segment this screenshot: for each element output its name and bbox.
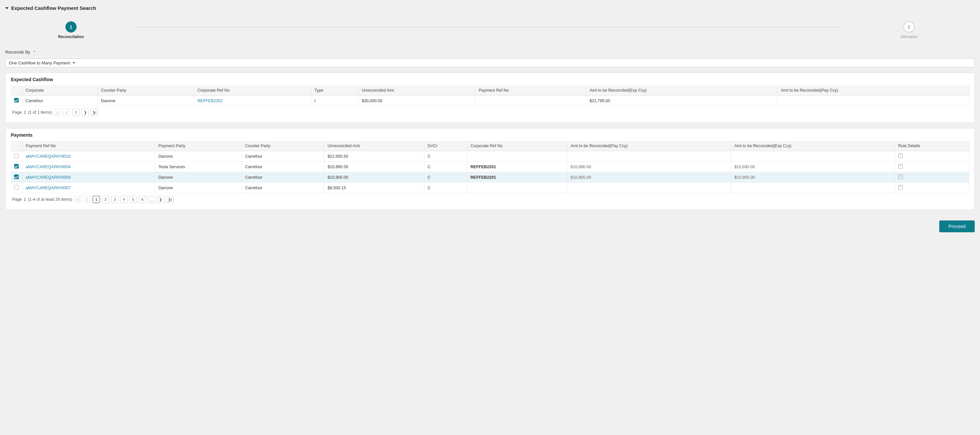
pay-row4-dr-cr: C [424, 183, 467, 193]
pay-page-ellipsis: ... [148, 196, 155, 203]
step-1-circle: 1 [65, 21, 76, 33]
pay-row4-checkbox-cell[interactable] [11, 183, 22, 193]
pay-row3-checkbox-cell[interactable] [11, 172, 22, 183]
pay-table-row: aMAYCAREQAPAY6004 Tesla Services Carrefo… [11, 162, 969, 172]
pay-row4-amt-pay-ccy [567, 183, 731, 193]
pay-col-payment-party: Payment Party [155, 141, 242, 151]
footer-row: Proceed [5, 215, 975, 233]
pay-row1-counter-party: Carrefour [242, 151, 324, 162]
pay-row3-checkbox[interactable] [14, 175, 19, 179]
ec-col-amt-pay-ccy: Amt to be Reconciled(Pay Ccy) [778, 86, 969, 95]
ec-page-label: Page [12, 110, 22, 115]
pay-pagination: Page 1 (1-4 of at least 26 items) |❮ ❮ 1… [11, 193, 969, 206]
pay-row2-amt-pay-ccy: $10,890.00 [567, 162, 731, 172]
pay-row4-corp-ref-no [467, 183, 567, 193]
ec-page-first[interactable]: |❮ [54, 109, 61, 116]
ec-page-prev[interactable]: ❮ [63, 109, 70, 116]
pay-table-row: aMAYCAREQAPAY6009 Danone Carrefour $10,9… [11, 172, 969, 183]
ec-col-unreconciled-amt: Unreconciled Amt [358, 86, 475, 95]
pay-row1-rule-details[interactable] [894, 151, 969, 162]
pay-row2-payment-party: Tesla Services [155, 162, 242, 172]
pay-page-6[interactable]: 6 [139, 196, 146, 203]
pay-page-5[interactable]: 5 [129, 196, 137, 203]
pay-page-last[interactable]: ❯| [166, 196, 173, 203]
pay-row1-external-link-icon[interactable] [898, 154, 903, 158]
pay-col-check [11, 141, 22, 151]
reconcile-by-label: Reconcile By [5, 49, 30, 54]
ec-col-corporate-ref-no: Corporate Ref No [194, 86, 311, 95]
pay-row1-amt-exp-ccy [731, 151, 894, 162]
reconcile-by-dropdown[interactable]: One Cashflow to Many Payment [5, 59, 975, 67]
pay-row1-ref-link[interactable]: aMAYCAREQAPAY9010 [25, 154, 71, 159]
pay-table-row: aMAYCAREQAPAY9010 Danone Carrefour $22,0… [11, 151, 969, 162]
pay-page-next[interactable]: ❯ [157, 196, 164, 203]
pay-table-row: aMAYCAREQAPAY6007 Danone Carrefour $9,50… [11, 183, 969, 193]
pay-row3-external-link-icon[interactable] [898, 175, 903, 179]
reconcile-by-value: One Cashflow to Many Payment [9, 60, 70, 65]
pay-row4-external-link-icon[interactable] [898, 185, 903, 190]
ec-col-corporate: Corporate [22, 86, 98, 95]
ec-col-counter-party: Counter Party [98, 86, 194, 95]
ec-checkbox-checked[interactable] [14, 98, 19, 103]
pay-row1-checkbox-cell[interactable] [11, 151, 22, 162]
stepper-line [137, 27, 843, 27]
pay-row2-ref-link[interactable]: aMAYCAREQAPAY6004 [25, 165, 71, 169]
pay-page-first[interactable]: |❮ [74, 196, 81, 203]
pay-row4-rule-details[interactable] [894, 183, 969, 193]
pay-row1-unreconciled-amt: $22,000.50 [324, 151, 424, 162]
ec-col-check [11, 86, 22, 95]
ec-col-payment-ref-no: Payment Ref No [475, 86, 586, 95]
ec-table-row: Carrefour Danone REFFEB2201 I $30,000.00… [11, 95, 969, 106]
ec-page-1[interactable]: 1 [72, 109, 80, 116]
expected-cashflow-table: Corporate Counter Party Corporate Ref No… [11, 86, 969, 106]
step-2: 2 Allocation [843, 21, 975, 39]
pay-row1-ref-no[interactable]: aMAYCAREQAPAY9010 [22, 151, 155, 162]
ec-row-amt-pay-ccy [778, 95, 969, 106]
pay-page-2[interactable]: 2 [102, 196, 109, 203]
pay-row2-ref-no[interactable]: aMAYCAREQAPAY6004 [22, 162, 155, 172]
pay-row1-dr-cr: C [424, 151, 467, 162]
pay-row3-amt-pay-ccy: $10,905.00 [567, 172, 731, 183]
ec-row-checkbox-cell[interactable] [11, 95, 22, 106]
pay-row3-rule-details[interactable] [894, 172, 969, 183]
pay-row2-unreconciled-amt: $10,890.50 [324, 162, 424, 172]
pay-col-payment-ref-no: Payment Ref No [22, 141, 155, 151]
ec-page-last[interactable]: ❯| [91, 109, 98, 116]
pay-row4-counter-party: Carrefour [242, 183, 324, 193]
pay-row3-unreconciled-amt: $10,905.00 [324, 172, 424, 183]
pay-page-1[interactable]: 1 [93, 196, 100, 203]
pay-row3-ref-no[interactable]: aMAYCAREQAPAY6009 [22, 172, 155, 183]
ec-page-current: 2 [24, 110, 26, 115]
ec-row-payment-ref-no [475, 95, 586, 106]
reconcile-by-row: Reconcile By * [5, 49, 975, 54]
pay-page-3[interactable]: 3 [111, 196, 118, 203]
ec-row-type: I [311, 95, 358, 106]
pay-row4-ref-link[interactable]: aMAYCAREQAPAY6007 [25, 186, 71, 190]
collapse-icon[interactable] [5, 7, 8, 9]
pay-row2-checkbox[interactable] [14, 164, 19, 168]
pay-row4-ref-no[interactable]: aMAYCAREQAPAY6007 [22, 183, 155, 193]
pay-row3-dr-cr: C [424, 172, 467, 183]
ec-row-corp-ref-no[interactable]: REFFEB2201 [194, 95, 311, 106]
pay-page-4[interactable]: 4 [120, 196, 127, 203]
pay-row4-payment-party: Danone [155, 183, 242, 193]
ec-corp-ref-link[interactable]: REFFEB2201 [197, 98, 223, 103]
payments-section: Payments Payment Ref No Payment Party Co… [5, 128, 975, 210]
pay-col-counter-party: Counter Party [242, 141, 324, 151]
pay-row3-ref-link[interactable]: aMAYCAREQAPAY6009 [25, 175, 71, 180]
proceed-button[interactable]: Proceed [939, 221, 975, 232]
pay-row2-checkbox-cell[interactable] [11, 162, 22, 172]
ec-page-next[interactable]: ❯ [81, 109, 89, 116]
pay-row1-payment-party: Danone [155, 151, 242, 162]
dropdown-arrow-icon [73, 62, 75, 64]
pay-page-prev[interactable]: ❮ [83, 196, 91, 203]
pay-row2-rule-details[interactable] [894, 162, 969, 172]
pay-row2-external-link-icon[interactable] [898, 164, 903, 168]
payments-table: Payment Ref No Payment Party Counter Par… [11, 141, 969, 193]
pay-page-label: Page [12, 197, 22, 202]
pay-row3-corp-ref-no: REFFEB2201 [467, 172, 567, 183]
pay-row4-amt-exp-ccy [731, 183, 894, 193]
pay-row1-checkbox[interactable] [14, 154, 19, 158]
ec-row-unreconciled-amt: $30,000.00 [358, 95, 475, 106]
pay-row4-checkbox[interactable] [14, 185, 19, 190]
